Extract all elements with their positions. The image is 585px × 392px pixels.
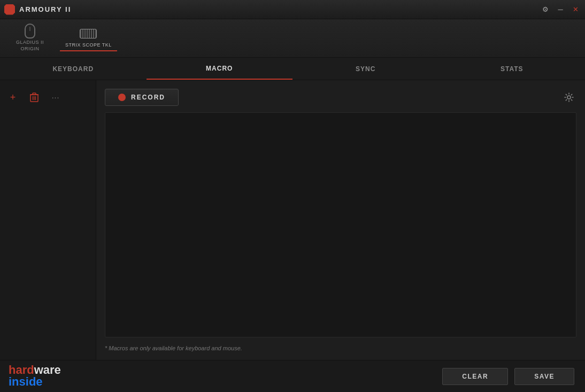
gladius-label: GLADIUS II ORIGIN — [16, 40, 44, 52]
macro-note: * Macros are only available for keyboard… — [105, 344, 576, 351]
clear-button[interactable]: CLEAR — [442, 368, 508, 385]
svg-point-6 — [567, 96, 571, 99]
app-icon — [4, 4, 15, 15]
device-bar: GLADIUS II ORIGIN STRIX SCOPE TKL — [0, 19, 585, 58]
macro-canvas — [105, 112, 576, 337]
bottom-bar: hardware inside CLEAR SAVE — [0, 360, 585, 392]
strix-label: STRIX SCOPE TKL — [65, 42, 112, 49]
mouse-icon — [21, 25, 39, 37]
tab-macro[interactable]: MACRO — [147, 58, 293, 80]
settings-gear-icon[interactable] — [561, 90, 576, 105]
settings-titlebar-icon[interactable]: ⚙ — [540, 4, 551, 15]
add-macro-button[interactable]: + — [6, 91, 19, 104]
tab-stats[interactable]: STATS — [439, 58, 586, 80]
hardware-inside-logo: hardware inside — [9, 364, 61, 388]
save-button[interactable]: SAVE — [514, 368, 574, 385]
close-button[interactable]: ✕ — [570, 4, 581, 15]
sidebar-actions: + ··· — [6, 89, 89, 106]
macro-panel: RECORD * Macros are only available for k… — [96, 80, 585, 360]
title-bar: ARMOURY II ⚙ ─ ✕ — [0, 0, 585, 19]
minimize-button[interactable]: ─ — [555, 4, 566, 15]
record-button[interactable]: RECORD — [105, 89, 179, 106]
record-dot-icon — [118, 94, 126, 101]
left-sidebar: + ··· — [0, 80, 96, 360]
tab-keyboard[interactable]: KEYBOARD — [0, 58, 147, 80]
tabs-bar: KEYBOARD MACRO SYNC STATS — [0, 58, 585, 80]
trash-icon — [30, 93, 39, 102]
device-item-strix[interactable]: STRIX SCOPE TKL — [60, 25, 117, 52]
keyboard-icon — [80, 27, 97, 40]
main-content: + ··· RECORD — [0, 80, 585, 360]
svg-rect-2 — [33, 93, 36, 95]
tab-sync[interactable]: SYNC — [292, 58, 439, 80]
title-bar-controls: ⚙ ─ ✕ — [540, 4, 581, 15]
logo-inside: inside — [9, 375, 43, 388]
record-bar: RECORD — [105, 89, 576, 106]
title-bar-left: ARMOURY II — [4, 4, 71, 15]
delete-macro-button[interactable] — [28, 91, 41, 104]
app-title: ARMOURY II — [19, 5, 71, 13]
device-item-gladius[interactable]: GLADIUS II ORIGIN — [11, 22, 49, 54]
more-options-button[interactable]: ··· — [49, 91, 62, 104]
